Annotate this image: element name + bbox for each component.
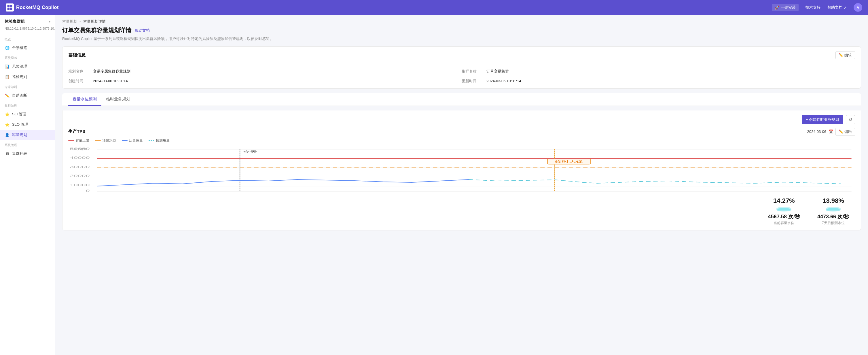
sidebar-section-patrol: 系统巡检 <box>0 53 55 61</box>
legend-line-history <box>122 140 128 141</box>
svg-rect-3 <box>10 8 12 10</box>
tabs-container: 容量水位预测 临时业务规划 <box>55 93 868 106</box>
chart-svg: 50000 40000 30000 20000 10000 0 次/秒 <box>68 146 855 192</box>
help-docs-link[interactable]: 帮助文档 <box>135 28 150 33</box>
stats-panel: 14.27% 4567.58 次/秒 当前容量水位 13.98% <box>68 192 855 225</box>
stat-current: 14.27% 4567.58 次/秒 当前容量水位 <box>768 197 800 225</box>
svg-text:临时大促: 临时大促 <box>555 160 584 163</box>
basic-info-edit-button[interactable]: ✏️ 编辑 <box>835 51 855 59</box>
svg-text:30000: 30000 <box>70 166 90 169</box>
main-content: 容量规划 • 容量规划详情 订单交易集群容量规划详情 帮助文档 RocketMQ… <box>55 15 868 355</box>
sidebar-item-sli[interactable]: ⭐ SLI 管理 <box>0 109 55 119</box>
sidebar-item-capacity[interactable]: 👤 容量规划 <box>0 130 55 140</box>
stat-forecast-wave <box>817 206 849 211</box>
sidebar-group-header: 体验集群组 ▾ <box>0 15 55 27</box>
svg-rect-1 <box>10 5 12 7</box>
support-link[interactable]: 技术支持 <box>806 5 820 10</box>
breadcrumb-separator: • <box>80 20 81 24</box>
logo: RocketMQ Copilot <box>6 3 58 11</box>
chart-edit-button[interactable]: ✏️ 编辑 <box>835 128 855 136</box>
refresh-button[interactable]: ↺ <box>846 115 855 124</box>
stat-forecast-label: 7天后预测水位 <box>817 221 849 225</box>
page-description: RocketMQ Copilot 基于一系列系统巡检规则探测出集群风险项，用户可… <box>62 36 861 42</box>
plan-name-label: 规划名称 <box>68 69 88 74</box>
svg-text:20000: 20000 <box>70 174 90 178</box>
sidebar-item-patrol[interactable]: 📋 巡检规则 <box>0 72 55 82</box>
chart-icon: 📊 <box>5 64 10 69</box>
sidebar: 体验集群组 ▾ NS:10.0.1.1:9876;10.0.1.2:9876;1… <box>0 15 55 355</box>
legend-line-forecast <box>149 140 154 141</box>
sidebar-item-cluster-list[interactable]: 🖥 集群列表 <box>0 148 55 159</box>
avatar[interactable]: A <box>854 3 862 12</box>
breadcrumb-item-detail: 容量规划详情 <box>83 19 106 24</box>
sidebar-section-overview: 概览 <box>0 34 55 43</box>
tab-business-plan[interactable]: 临时业务规划 <box>101 93 135 106</box>
cluster-name-label: 集群名称 <box>462 69 482 74</box>
breadcrumb: 容量规划 • 容量规划详情 <box>55 15 868 27</box>
info-item-plan-name: 规划名称 交易专属集群容量规划 <box>68 69 462 74</box>
legend-line-warning <box>95 140 101 141</box>
legend-forecast: 预测用量 <box>149 138 169 143</box>
plan-name-value: 交易专属集群容量规划 <box>93 69 130 74</box>
logo-icon <box>6 3 14 11</box>
chart-date: 2024-03-06 <box>807 130 827 134</box>
svg-text:次/秒: 次/秒 <box>72 148 86 150</box>
tab-capacity-forecast[interactable]: 容量水位预测 <box>68 93 101 106</box>
logo-text: RocketMQ Copilot <box>16 5 58 10</box>
update-time-label: 更新时间 <box>462 78 482 84</box>
page-title: 订单交易集群容量规划详情 <box>62 27 131 34</box>
create-business-plan-button[interactable]: + 创建临时业务规划 <box>802 115 843 124</box>
sidebar-section-cluster: 集群治理 <box>0 101 55 109</box>
info-item-update-time: 更新时间 2024-03-06 10:31:14 <box>462 78 855 84</box>
cluster-name-value: 订单交易集群 <box>487 69 509 74</box>
stat-current-value: 4567.58 次/秒 <box>768 213 800 220</box>
capacity-icon: 👤 <box>5 132 10 138</box>
chart-card: + 创建临时业务规划 ↺ 生产TPS 2024-03-06 📅 ✏️ 编辑 <box>62 110 861 230</box>
svg-point-35 <box>826 207 841 210</box>
server-icon: 🖥 <box>5 151 10 156</box>
breadcrumb-item-capacity[interactable]: 容量规划 <box>62 19 77 24</box>
legend-line-capacity <box>68 140 74 141</box>
sidebar-item-overview[interactable]: 🌐 全景概览 <box>0 43 55 53</box>
sidebar-item-risk[interactable]: 📊 风险治理 <box>0 61 55 72</box>
create-time-label: 创建时间 <box>68 78 88 84</box>
docs-link[interactable]: 帮助文档 ↗ <box>827 5 847 10</box>
stat-current-pct: 14.27% <box>768 197 800 205</box>
external-link-icon: ↗ <box>843 5 847 10</box>
basic-info-card: 基础信息 ✏️ 编辑 规划名称 交易专属集群容量规划 集群名称 订单交易集群 创… <box>62 46 861 88</box>
install-button[interactable]: 🚀 一键安装 <box>772 4 799 11</box>
legend-capacity-limit: 容量上限 <box>68 138 89 143</box>
chart-header: 生产TPS 2024-03-06 📅 ✏️ 编辑 <box>68 128 855 136</box>
info-item-cluster-name: 集群名称 订单交易集群 <box>462 69 855 74</box>
chart-date-row: 2024-03-06 📅 ✏️ 编辑 <box>807 128 855 136</box>
stat-forecast-pct: 13.98% <box>817 197 849 205</box>
basic-info-title: 基础信息 <box>68 52 86 58</box>
svg-text:40000: 40000 <box>70 156 90 159</box>
sidebar-item-selfdiag[interactable]: ✏️ 自助诊断 <box>0 90 55 101</box>
update-time-value: 2024-03-06 10:31:14 <box>487 79 521 83</box>
info-item-create-time: 创建时间 2024-03-06 10:31:14 <box>68 78 462 84</box>
sidebar-group-title: 体验集群组 <box>5 19 25 24</box>
svg-text:0: 0 <box>86 189 90 192</box>
list-icon: 📋 <box>5 74 10 79</box>
svg-rect-0 <box>7 5 10 7</box>
svg-text:今天: 今天 <box>243 150 257 153</box>
calendar-icon[interactable]: 📅 <box>829 130 833 134</box>
sidebar-section-diag: 专家诊断 <box>0 82 55 90</box>
app-header: RocketMQ Copilot 🚀 一键安装 技术支持 帮助文档 ↗ A <box>0 0 868 15</box>
stat-forecast-value: 4473.66 次/秒 <box>817 213 849 220</box>
svg-rect-2 <box>7 8 10 10</box>
sidebar-section-system: 系统管理 <box>0 140 55 148</box>
header-actions: 🚀 一键安装 技术支持 帮助文档 ↗ A <box>772 3 862 12</box>
svg-text:10000: 10000 <box>70 183 90 187</box>
svg-point-33 <box>776 207 792 210</box>
stat-current-label: 当前容量水位 <box>768 221 800 225</box>
sidebar-namespace: NS:10.0.1.1:9876;10.0.1.2:9876;10.0... <box>0 27 55 34</box>
chart-title: 生产TPS <box>68 129 85 134</box>
sidebar-item-slo[interactable]: ⭐ SLO 管理 <box>0 119 55 130</box>
chevron-down-icon[interactable]: ▾ <box>49 20 51 23</box>
page-header: 订单交易集群容量规划详情 帮助文档 RocketMQ Copilot 基于一系列… <box>55 27 868 46</box>
refresh-icon: ↺ <box>849 117 852 122</box>
rocket-icon: 🚀 <box>775 5 779 10</box>
chart-area: 50000 40000 30000 20000 10000 0 次/秒 <box>68 146 855 192</box>
